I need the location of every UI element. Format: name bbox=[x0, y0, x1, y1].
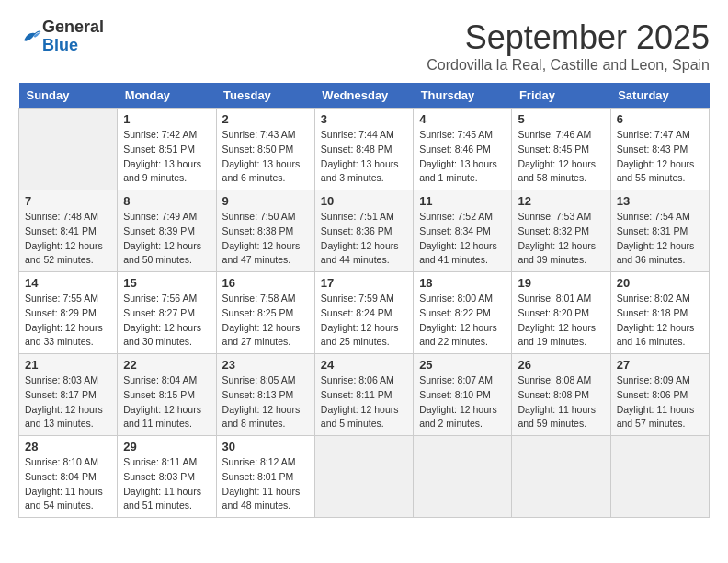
day-info: Sunrise: 7:42 AMSunset: 8:51 PMDaylight:… bbox=[123, 128, 210, 186]
day-number: 17 bbox=[321, 276, 407, 290]
calendar-cell: 17Sunrise: 7:59 AMSunset: 8:24 PMDayligh… bbox=[314, 272, 413, 354]
calendar-cell: 11Sunrise: 7:52 AMSunset: 8:34 PMDayligh… bbox=[414, 190, 512, 272]
day-info: Sunrise: 7:56 AMSunset: 8:27 PMDaylight:… bbox=[123, 292, 210, 350]
day-number: 12 bbox=[518, 194, 604, 208]
weekday-header-saturday: Saturday bbox=[610, 83, 709, 109]
logo: General Blue bbox=[18, 18, 104, 55]
month-title: September 2025 bbox=[427, 18, 710, 57]
day-number: 6 bbox=[617, 112, 703, 126]
calendar-table: SundayMondayTuesdayWednesdayThursdayFrid… bbox=[18, 83, 710, 518]
day-info: Sunrise: 7:59 AMSunset: 8:24 PMDaylight:… bbox=[321, 292, 407, 350]
calendar-cell bbox=[414, 436, 512, 518]
calendar-cell: 22Sunrise: 8:04 AMSunset: 8:15 PMDayligh… bbox=[118, 354, 216, 436]
day-info: Sunrise: 8:07 AMSunset: 8:10 PMDaylight:… bbox=[419, 373, 506, 431]
day-info: Sunrise: 7:54 AMSunset: 8:31 PMDaylight:… bbox=[617, 210, 703, 268]
day-number: 24 bbox=[321, 358, 407, 372]
day-info: Sunrise: 7:46 AMSunset: 8:45 PMDaylight:… bbox=[518, 128, 604, 186]
calendar-cell: 24Sunrise: 8:06 AMSunset: 8:11 PMDayligh… bbox=[314, 354, 413, 436]
day-info: Sunrise: 8:00 AMSunset: 8:22 PMDaylight:… bbox=[419, 292, 506, 350]
week-row-1: 1Sunrise: 7:42 AMSunset: 8:51 PMDaylight… bbox=[19, 109, 710, 190]
day-number: 2 bbox=[222, 112, 309, 126]
calendar-cell: 21Sunrise: 8:03 AMSunset: 8:17 PMDayligh… bbox=[19, 354, 118, 436]
calendar-cell: 28Sunrise: 8:10 AMSunset: 8:04 PMDayligh… bbox=[19, 436, 118, 518]
calendar-cell bbox=[610, 436, 709, 518]
calendar-cell: 25Sunrise: 8:07 AMSunset: 8:10 PMDayligh… bbox=[414, 354, 512, 436]
day-info: Sunrise: 7:51 AMSunset: 8:36 PMDaylight:… bbox=[321, 210, 407, 268]
calendar-cell: 15Sunrise: 7:56 AMSunset: 8:27 PMDayligh… bbox=[118, 272, 216, 354]
day-number: 14 bbox=[25, 276, 111, 290]
day-info: Sunrise: 8:11 AMSunset: 8:03 PMDaylight:… bbox=[123, 455, 210, 513]
day-number: 25 bbox=[419, 358, 506, 372]
day-number: 28 bbox=[25, 440, 111, 454]
day-number: 22 bbox=[123, 358, 210, 372]
calendar-cell: 6Sunrise: 7:47 AMSunset: 8:43 PMDaylight… bbox=[610, 109, 709, 190]
day-number: 8 bbox=[123, 194, 210, 208]
day-info: Sunrise: 7:48 AMSunset: 8:41 PMDaylight:… bbox=[25, 210, 111, 268]
day-info: Sunrise: 8:03 AMSunset: 8:17 PMDaylight:… bbox=[25, 373, 111, 431]
calendar-cell: 30Sunrise: 8:12 AMSunset: 8:01 PMDayligh… bbox=[216, 436, 314, 518]
calendar-cell: 18Sunrise: 8:00 AMSunset: 8:22 PMDayligh… bbox=[414, 272, 512, 354]
day-info: Sunrise: 7:49 AMSunset: 8:39 PMDaylight:… bbox=[123, 210, 210, 268]
day-number: 19 bbox=[518, 276, 604, 290]
logo-text: General Blue bbox=[42, 18, 104, 55]
day-info: Sunrise: 7:43 AMSunset: 8:50 PMDaylight:… bbox=[222, 128, 309, 186]
day-number: 30 bbox=[222, 440, 309, 454]
calendar-cell: 8Sunrise: 7:49 AMSunset: 8:39 PMDaylight… bbox=[118, 190, 216, 272]
page-header: General Blue September 2025 Cordovilla l… bbox=[18, 18, 710, 74]
day-number: 5 bbox=[518, 112, 604, 126]
day-number: 7 bbox=[25, 194, 111, 208]
day-number: 11 bbox=[419, 194, 506, 208]
weekday-header-monday: Monday bbox=[118, 83, 216, 109]
day-info: Sunrise: 8:01 AMSunset: 8:20 PMDaylight:… bbox=[518, 292, 604, 350]
day-info: Sunrise: 8:10 AMSunset: 8:04 PMDaylight:… bbox=[25, 455, 111, 513]
day-info: Sunrise: 7:45 AMSunset: 8:46 PMDaylight:… bbox=[419, 128, 506, 186]
calendar-cell: 20Sunrise: 8:02 AMSunset: 8:18 PMDayligh… bbox=[610, 272, 709, 354]
day-info: Sunrise: 8:09 AMSunset: 8:06 PMDaylight:… bbox=[617, 373, 703, 431]
day-number: 23 bbox=[222, 358, 309, 372]
weekday-header-row: SundayMondayTuesdayWednesdayThursdayFrid… bbox=[19, 83, 710, 109]
calendar-cell: 14Sunrise: 7:55 AMSunset: 8:29 PMDayligh… bbox=[19, 272, 118, 354]
week-row-4: 21Sunrise: 8:03 AMSunset: 8:17 PMDayligh… bbox=[19, 354, 710, 436]
week-row-5: 28Sunrise: 8:10 AMSunset: 8:04 PMDayligh… bbox=[19, 436, 710, 518]
calendar-cell: 16Sunrise: 7:58 AMSunset: 8:25 PMDayligh… bbox=[216, 272, 314, 354]
day-number: 10 bbox=[321, 194, 407, 208]
calendar-cell bbox=[512, 436, 610, 518]
calendar-cell bbox=[19, 109, 118, 190]
day-info: Sunrise: 7:44 AMSunset: 8:48 PMDaylight:… bbox=[321, 128, 407, 186]
weekday-header-thursday: Thursday bbox=[414, 83, 512, 109]
day-info: Sunrise: 8:02 AMSunset: 8:18 PMDaylight:… bbox=[617, 292, 703, 350]
title-block: September 2025 Cordovilla la Real, Casti… bbox=[427, 18, 710, 74]
day-info: Sunrise: 7:52 AMSunset: 8:34 PMDaylight:… bbox=[419, 210, 506, 268]
calendar-cell: 12Sunrise: 7:53 AMSunset: 8:32 PMDayligh… bbox=[512, 190, 610, 272]
day-info: Sunrise: 7:47 AMSunset: 8:43 PMDaylight:… bbox=[617, 128, 703, 186]
calendar-cell bbox=[314, 436, 413, 518]
weekday-header-sunday: Sunday bbox=[19, 83, 118, 109]
weekday-header-friday: Friday bbox=[512, 83, 610, 109]
day-number: 15 bbox=[123, 276, 210, 290]
day-info: Sunrise: 8:05 AMSunset: 8:13 PMDaylight:… bbox=[222, 373, 309, 431]
day-info: Sunrise: 7:53 AMSunset: 8:32 PMDaylight:… bbox=[518, 210, 604, 268]
day-info: Sunrise: 8:06 AMSunset: 8:11 PMDaylight:… bbox=[321, 373, 407, 431]
calendar-cell: 2Sunrise: 7:43 AMSunset: 8:50 PMDaylight… bbox=[216, 109, 314, 190]
week-row-3: 14Sunrise: 7:55 AMSunset: 8:29 PMDayligh… bbox=[19, 272, 710, 354]
day-number: 21 bbox=[25, 358, 111, 372]
day-number: 27 bbox=[617, 358, 703, 372]
calendar-cell: 19Sunrise: 8:01 AMSunset: 8:20 PMDayligh… bbox=[512, 272, 610, 354]
calendar-cell: 13Sunrise: 7:54 AMSunset: 8:31 PMDayligh… bbox=[610, 190, 709, 272]
calendar-cell: 10Sunrise: 7:51 AMSunset: 8:36 PMDayligh… bbox=[314, 190, 413, 272]
day-number: 29 bbox=[123, 440, 210, 454]
calendar-cell: 4Sunrise: 7:45 AMSunset: 8:46 PMDaylight… bbox=[414, 109, 512, 190]
day-number: 4 bbox=[419, 112, 506, 126]
weekday-header-tuesday: Tuesday bbox=[216, 83, 314, 109]
calendar-cell: 27Sunrise: 8:09 AMSunset: 8:06 PMDayligh… bbox=[610, 354, 709, 436]
calendar-cell: 26Sunrise: 8:08 AMSunset: 8:08 PMDayligh… bbox=[512, 354, 610, 436]
calendar-cell: 1Sunrise: 7:42 AMSunset: 8:51 PMDaylight… bbox=[118, 109, 216, 190]
day-info: Sunrise: 8:08 AMSunset: 8:08 PMDaylight:… bbox=[518, 373, 604, 431]
calendar-cell: 5Sunrise: 7:46 AMSunset: 8:45 PMDaylight… bbox=[512, 109, 610, 190]
day-info: Sunrise: 8:12 AMSunset: 8:01 PMDaylight:… bbox=[222, 455, 309, 513]
day-number: 1 bbox=[123, 112, 210, 126]
day-number: 9 bbox=[222, 194, 309, 208]
day-info: Sunrise: 7:50 AMSunset: 8:38 PMDaylight:… bbox=[222, 210, 309, 268]
logo-bird-icon bbox=[20, 26, 42, 48]
calendar-cell: 3Sunrise: 7:44 AMSunset: 8:48 PMDaylight… bbox=[314, 109, 413, 190]
